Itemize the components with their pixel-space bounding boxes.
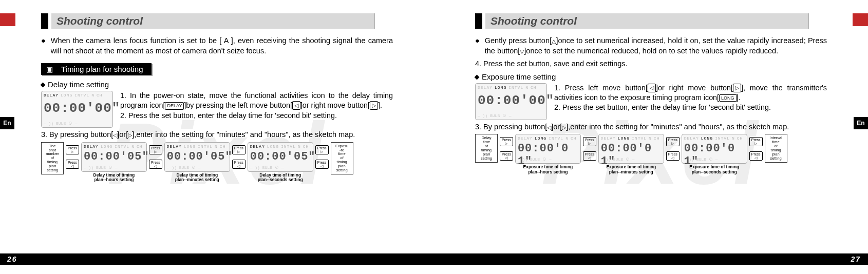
section-title: Shooting control <box>51 13 375 29</box>
bullet-dot-icon: ● <box>475 36 480 56</box>
step-caption: Delay time of timingplan--minutes settin… <box>164 173 230 183</box>
section-header: Shooting control <box>475 13 809 29</box>
right-arrow-icon <box>128 130 132 139</box>
step-caption: Delay time of timingplan--hours setting <box>81 173 147 183</box>
sequence-end-box: Intervaltimeoftimingplansetting <box>765 134 787 162</box>
sequence-step: DELAYLONGINTVLNCH 00:00'0 1" — )) BULB ⏲… <box>598 134 664 174</box>
step3-text: 3. By pressing button[ <box>41 130 113 139</box>
list-item-4: 4. Press the set button, save and exit s… <box>475 59 827 69</box>
lcd-mode-labels: DELAYLONGINTVLNCH <box>478 85 544 90</box>
page-number: 26 <box>0 255 25 263</box>
exposure-time-heading: Exposure time setting <box>475 72 842 81</box>
sequence-start-box: Theshotnumberoftimingplansetting <box>41 142 64 174</box>
lcd-panel: DELAYLONGINTVLNCH 00:00'00" — )) BULB ⏲ … <box>475 83 547 120</box>
right-arrow-icon <box>733 84 741 92</box>
press-left-button: Press◁ <box>66 160 79 169</box>
sequence-step: DELAYLONGINTVLNCH 00:00'05" — )) BULB ⏲ … <box>164 142 230 183</box>
sequence-diagram: Delaytimeoftimingplansetting Press▷ Pres… <box>460 134 842 174</box>
bullet-dot-icon: ● <box>41 36 46 56</box>
press-arrows: Press▷ Press◁ <box>749 134 763 161</box>
bullet-text: When the camera lens focus function is s… <box>51 36 393 56</box>
diamond-icon <box>475 74 480 80</box>
sequence-step: DELAYLONGINTVLNCH 00:00'0 1" — )) BULB ⏲… <box>682 134 747 174</box>
lcd-digits: 00:00'00" <box>44 101 120 116</box>
press-left-button: Press◁ <box>583 151 596 161</box>
press-right-button: Press▷ <box>315 145 329 154</box>
press-arrows: Press▷ Press◁ <box>500 134 513 161</box>
press-left-button: Press◁ <box>500 151 513 161</box>
sequence-step: DELAYLONGINTVLNCH 00:00'05" — )) BULB ⏲ … <box>81 142 147 183</box>
bullet-item: ● When the camera lens focus function is… <box>41 36 393 56</box>
lcd-digits: 00:00'00" <box>478 93 554 108</box>
timing-plan-header: ▣ Timing plan for shooting <box>41 63 152 75</box>
red-accent <box>0 13 15 26</box>
language-tab: En <box>0 117 14 129</box>
long-label-icon: LONG <box>719 94 737 102</box>
press-arrows: Press▷ Press◁ <box>66 142 79 169</box>
lcd-bottom-row: — )) BULB ⏲ — <box>478 113 544 118</box>
press-arrows: Press▷ Press◁ <box>315 142 329 169</box>
lcd-mode-labels: DELAYLONGINTVLNCH <box>44 93 110 97</box>
sequence-diagram: Theshotnumberoftimingplansetting Press▷ … <box>26 142 408 183</box>
press-right-button: Press▷ <box>583 137 596 146</box>
press-arrows: Press▷ Press◁ <box>232 142 246 169</box>
press-arrows: Press▷ Press◁ <box>583 134 596 161</box>
press-left-button: Press◁ <box>315 160 329 169</box>
right-arrow-icon <box>562 123 566 131</box>
timing-plan-title: Timing plan for shooting <box>58 63 152 75</box>
sequence-step: DELAYLONGINTVLNCH 00:00'0 1" — )) BULB ⏲… <box>515 134 581 174</box>
lcd-bottom-row: — )) BULB ⏲ — <box>44 121 110 126</box>
press-right-button: Press▷ <box>149 145 162 154</box>
red-accent <box>853 13 868 26</box>
page-number: 27 <box>843 255 868 263</box>
press-left-button: Press◁ <box>666 151 680 161</box>
delay-label-icon: DELAY <box>165 102 184 109</box>
section-header: Shooting control <box>41 13 375 29</box>
press-arrows: Press▷ Press◁ <box>666 134 680 161</box>
sequence-step: DELAYLONGINTVLNCH 00:00'05" — )) BULB ⏲ … <box>248 142 313 183</box>
press-left-button: Press◁ <box>232 160 246 169</box>
press-right-button: Press▷ <box>749 137 763 146</box>
instruction-text: 1. In the power-on state, move the funct… <box>120 91 393 121</box>
page-footer: 26 <box>0 253 434 265</box>
instruction-text: 1. Press left move button[]or right move… <box>554 83 827 113</box>
right-arrow-icon <box>370 101 378 110</box>
press-left-button: Press◁ <box>149 160 162 169</box>
sequence-start-box: Delaytimeoftimingplansetting <box>475 134 498 162</box>
section-title: Shooting control <box>485 13 809 29</box>
press-right-button: Press▷ <box>500 137 513 146</box>
delay-time-heading: Delay time setting <box>41 80 408 89</box>
press-right-button: Press▷ <box>666 137 680 146</box>
lcd-panel: DELAYLONGINTVLNCH 00:00'00" — )) BULB ⏲ … <box>41 91 113 128</box>
step3-text: 3. By pressing button[ <box>475 123 547 131</box>
page-right: Pixel En Shooting control ● Gently press… <box>434 0 868 274</box>
page-footer: 27 <box>434 253 868 265</box>
press-right-button: Press▷ <box>66 145 79 154</box>
left-arrow-icon <box>648 84 656 92</box>
language-tab: En <box>854 117 868 129</box>
diamond-icon <box>41 83 46 88</box>
press-arrows: Press▷ Press◁ <box>149 142 162 169</box>
bullet-text: Gently press button[]once to set numeric… <box>485 36 827 56</box>
bullet-item: ● Gently press button[]once to set numer… <box>475 36 827 56</box>
left-arrow-icon <box>292 101 300 110</box>
press-right-button: Press▷ <box>232 145 246 154</box>
step-caption: Delay time of timingplan--seconds settin… <box>248 173 313 183</box>
sequence-end-box: Exposu-retimeoftimingplansetting <box>331 142 353 174</box>
press-left-button: Press◁ <box>749 151 763 161</box>
page-left: Pixel En Shooting control ● When the cam… <box>0 0 434 274</box>
camera-icon: ▣ <box>41 63 58 75</box>
